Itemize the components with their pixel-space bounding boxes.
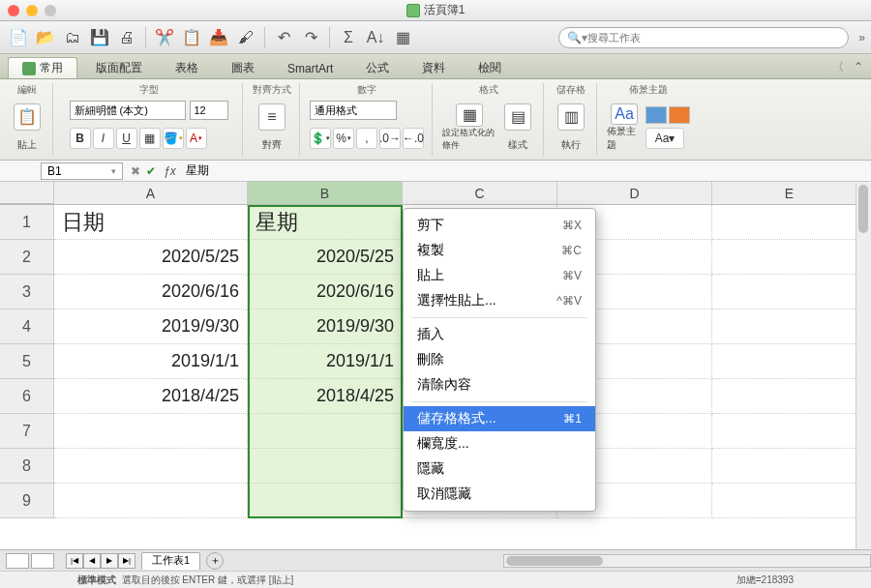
tab-first-icon[interactable]: |◀ (66, 553, 83, 569)
cell[interactable] (248, 484, 403, 518)
row-header[interactable]: 7 (0, 414, 54, 449)
horizontal-scrollbar[interactable] (503, 554, 871, 568)
cell[interactable] (712, 240, 867, 275)
overflow-icon[interactable]: » (858, 31, 865, 44)
font-size-input[interactable] (190, 101, 228, 120)
menu-paste[interactable]: 貼上⌘V (404, 263, 595, 288)
cell[interactable] (248, 449, 403, 484)
row-header[interactable]: 2 (0, 240, 54, 275)
border-button[interactable]: ▦ (139, 128, 161, 149)
comma-button[interactable]: , (356, 128, 377, 149)
row-header[interactable]: 6 (0, 379, 54, 414)
cancel-icon[interactable]: ✖ (131, 164, 140, 178)
row-header[interactable]: 8 (0, 449, 54, 484)
vertical-scrollbar[interactable] (856, 183, 871, 549)
template-icon[interactable]: 🗂 (60, 25, 85, 50)
cell[interactable]: 2019/9/30 (54, 309, 248, 344)
fx-icon[interactable]: ƒx (164, 164, 176, 178)
cell[interactable] (712, 344, 867, 379)
tab-charts[interactable]: 圖表 (217, 57, 269, 78)
sort-icon[interactable]: A↓ (363, 25, 388, 50)
cells-action-button[interactable]: ▥執行 (554, 103, 588, 152)
row-header[interactable]: 3 (0, 275, 54, 309)
cell[interactable] (54, 449, 248, 484)
tab-home[interactable]: 常用 (8, 57, 77, 78)
cell[interactable]: 2019/1/1 (54, 344, 248, 379)
tab-review[interactable]: 檢閱 (464, 57, 516, 78)
cell[interactable]: 2020/5/25 (54, 240, 248, 275)
redo-icon[interactable]: ↷ (298, 25, 323, 50)
cell[interactable]: 星期 (248, 205, 403, 240)
row-header[interactable]: 4 (0, 309, 54, 344)
cell[interactable]: 2018/4/25 (248, 379, 403, 414)
currency-button[interactable]: 💲 (310, 128, 331, 149)
column-header-c[interactable]: C (403, 182, 557, 204)
filter-icon[interactable]: ▦ (390, 25, 415, 50)
cell[interactable] (712, 379, 867, 414)
print-icon[interactable]: 🖨 (114, 25, 139, 50)
cell[interactable]: 2020/5/25 (248, 240, 403, 275)
cell[interactable] (54, 484, 248, 518)
cell[interactable]: 2018/4/25 (54, 379, 248, 414)
normal-view-button[interactable] (6, 553, 29, 569)
add-sheet-button[interactable]: ＋ (206, 552, 224, 570)
cell[interactable]: 2019/9/30 (248, 309, 403, 344)
cell[interactable]: 2019/1/1 (248, 344, 403, 379)
search-field[interactable]: 🔍▾ (558, 27, 849, 48)
font-color-button[interactable]: A (186, 128, 207, 149)
cell[interactable] (712, 275, 867, 309)
menu-delete[interactable]: 刪除 (404, 347, 595, 372)
format-painter-icon[interactable]: 🖌 (233, 25, 258, 50)
cell[interactable] (248, 414, 403, 449)
menu-cut[interactable]: 剪下⌘X (404, 213, 595, 238)
menu-unhide[interactable]: 取消隱藏 (404, 482, 595, 507)
underline-button[interactable]: U (116, 128, 137, 149)
page-layout-view-button[interactable] (31, 553, 54, 569)
row-header[interactable]: 5 (0, 344, 54, 379)
column-header-e[interactable]: E (712, 182, 867, 204)
name-box[interactable]: B1▾ (41, 162, 123, 180)
scroll-thumb[interactable] (506, 556, 603, 566)
cell[interactable] (712, 449, 867, 484)
styles-button[interactable]: ▤樣式 (500, 103, 535, 152)
cut-icon[interactable]: ✂️ (152, 25, 177, 50)
menu-paste-special[interactable]: 選擇性貼上...^⌘V (404, 288, 595, 313)
tab-data[interactable]: 資料 (407, 57, 460, 78)
increase-decimal-button[interactable]: .0→ (379, 128, 401, 149)
open-icon[interactable]: 📂 (33, 25, 58, 50)
menu-column-width[interactable]: 欄寬度... (404, 431, 595, 456)
search-input[interactable] (587, 32, 840, 44)
cell[interactable] (54, 414, 248, 449)
column-header-b[interactable]: B (248, 182, 403, 204)
fill-color-button[interactable]: 🪣 (163, 128, 184, 149)
italic-button[interactable]: I (93, 128, 114, 149)
cell[interactable]: 2020/6/16 (248, 275, 403, 309)
select-all-corner[interactable] (0, 182, 54, 204)
scroll-thumb[interactable] (858, 185, 868, 233)
conditional-format-button[interactable]: ▦設定格式化的條件 (442, 103, 496, 152)
ribbon-collapse[interactable]: 〈 ⌃ (832, 59, 863, 78)
cell[interactable] (712, 414, 867, 449)
cell[interactable] (712, 309, 867, 344)
row-header[interactable]: 1 (0, 205, 54, 240)
paste-icon[interactable]: 📥 (206, 25, 231, 50)
copy-icon[interactable]: 📋 (179, 25, 204, 50)
menu-format-cells[interactable]: 儲存格格式...⌘1 (404, 406, 595, 431)
menu-copy[interactable]: 複製⌘C (404, 238, 595, 263)
tab-prev-icon[interactable]: ◀ (83, 553, 101, 569)
tab-tables[interactable]: 表格 (161, 57, 213, 78)
column-header-a[interactable]: A (54, 182, 248, 204)
accept-icon[interactable]: ✔ (146, 164, 156, 178)
number-format-select[interactable] (310, 101, 397, 120)
row-header[interactable]: 9 (0, 484, 54, 518)
decrease-decimal-button[interactable]: ←.0 (403, 128, 424, 149)
save-icon[interactable]: 💾 (87, 25, 112, 50)
cell[interactable] (712, 205, 867, 240)
theme-fonts-button[interactable]: Aa▾ (646, 128, 684, 149)
cell[interactable]: 2020/6/16 (54, 275, 248, 309)
tab-next-icon[interactable]: ▶ (101, 553, 118, 569)
tab-formulas[interactable]: 公式 (351, 57, 404, 78)
font-name-input[interactable] (70, 101, 186, 120)
menu-insert[interactable]: 插入 (404, 322, 595, 347)
tab-last-icon[interactable]: ▶| (118, 553, 135, 569)
